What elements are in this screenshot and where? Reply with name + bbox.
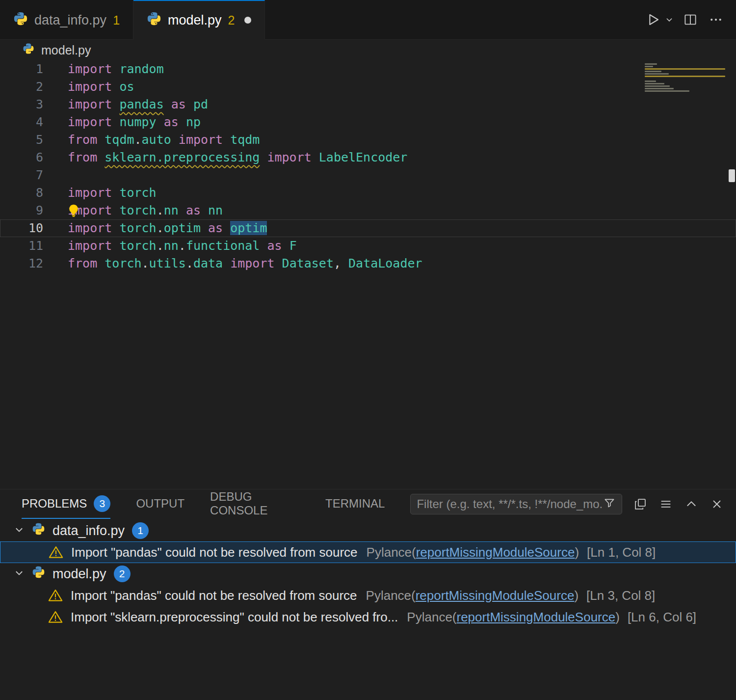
python-icon xyxy=(13,11,28,29)
problem-row[interactable]: Import "pandas" could not be resolved fr… xyxy=(0,541,736,563)
vscode-window: data_info.py 1 model.py 2 xyxy=(0,0,736,700)
line-number: 12 xyxy=(0,255,43,272)
minimap-line xyxy=(645,71,661,72)
line-number: 8 xyxy=(0,184,43,202)
problem-message: Import "pandas" could not be resolved fr… xyxy=(71,588,357,603)
minimap[interactable] xyxy=(645,63,727,93)
code-line[interactable]: 7 xyxy=(0,166,736,184)
problems-count-badge: 3 xyxy=(94,495,110,512)
warning-icon xyxy=(49,545,63,560)
run-button[interactable] xyxy=(642,8,664,31)
tab-problems-count: 1 xyxy=(113,13,120,27)
line-number: 5 xyxy=(0,131,43,149)
panel-action-icons xyxy=(629,493,728,515)
split-editor-icon[interactable] xyxy=(679,8,702,31)
code-line[interactable]: 12from torch.utils.data import Dataset, … xyxy=(0,255,736,272)
overview-ruler-mark xyxy=(729,169,735,182)
breadcrumb-file: model.py xyxy=(41,43,91,57)
code-line[interactable]: 3import pandas as pd xyxy=(0,96,736,113)
code-line[interactable]: 11import torch.nn.functional as F xyxy=(0,237,736,255)
code-text: import random xyxy=(43,60,164,78)
code-line[interactable]: 9import torch.nn as nn xyxy=(0,202,736,219)
code-text: from torch.utils.data import Dataset, Da… xyxy=(43,255,422,272)
python-icon xyxy=(147,11,161,29)
minimap-line xyxy=(645,81,656,82)
minimap-line xyxy=(645,85,670,87)
maximize-panel-icon[interactable] xyxy=(680,493,703,515)
problem-message: Import "sklearn.preprocessing" could not… xyxy=(71,610,398,625)
tab-output[interactable]: OUTPUT xyxy=(136,489,184,519)
minimap-line xyxy=(645,78,727,81)
problems-group-count: 2 xyxy=(114,565,131,582)
code-text: import torch xyxy=(43,184,157,202)
line-number: 7 xyxy=(0,166,43,184)
problems-group-file: model.py xyxy=(53,566,106,582)
problem-code-link[interactable]: reportMissingModuleSource xyxy=(457,610,616,624)
minimap-line xyxy=(645,63,657,65)
code-line[interactable]: 10import torch.optim as optim xyxy=(0,219,736,237)
line-number: 6 xyxy=(0,149,43,166)
tab-debug-console[interactable]: DEBUG CONSOLE xyxy=(210,489,300,519)
problem-location: [Ln 3, Col 8] xyxy=(586,588,655,603)
run-chevron-icon[interactable] xyxy=(662,8,676,31)
tab-problems-count: 2 xyxy=(228,13,235,27)
code-text: from sklearn.preprocessing import LabelE… xyxy=(43,149,407,166)
tab-label: model.py xyxy=(168,13,222,28)
tab-problems[interactable]: PROBLEMS 3 xyxy=(22,489,110,519)
code-editor[interactable]: 1import random2import os3import pandas a… xyxy=(0,60,736,489)
code-line[interactable]: 2import os xyxy=(0,78,736,96)
code-line[interactable]: 8import torch xyxy=(0,184,736,202)
filter-input[interactable] xyxy=(417,497,603,511)
chevron-down-icon[interactable] xyxy=(14,523,25,538)
line-number: 11 xyxy=(0,237,43,255)
tab-bar: data_info.py 1 model.py 2 xyxy=(0,0,736,40)
python-icon xyxy=(32,565,45,582)
minimap-line xyxy=(645,68,725,70)
filter-icon[interactable] xyxy=(603,497,616,512)
problems-list: data_info.py1Import "pandas" could not b… xyxy=(0,519,736,700)
view-as-table-icon[interactable] xyxy=(655,493,677,515)
problems-group-header[interactable]: data_info.py1 xyxy=(0,520,736,541)
editor-actions xyxy=(642,0,736,39)
warning-icon xyxy=(48,610,63,624)
warning-icon xyxy=(48,588,63,603)
panel-header: PROBLEMS 3 OUTPUT DEBUG CONSOLE TERMINAL xyxy=(0,489,736,519)
close-panel-icon[interactable] xyxy=(706,493,728,515)
problem-row[interactable]: Import "pandas" could not be resolved fr… xyxy=(0,585,736,606)
code-line[interactable]: 6from sklearn.preprocessing import Label… xyxy=(0,149,736,166)
tab-model-py[interactable]: model.py 2 xyxy=(133,0,264,39)
panel-tab-label: TERMINAL xyxy=(325,497,385,511)
panel-tab-label: OUTPUT xyxy=(136,497,184,511)
minimap-line xyxy=(645,90,689,92)
code-line[interactable]: 4import numpy as np xyxy=(0,113,736,131)
problem-row[interactable]: Import "sklearn.preprocessing" could not… xyxy=(0,606,736,628)
chevron-down-icon[interactable] xyxy=(14,566,25,582)
tab-terminal[interactable]: TERMINAL xyxy=(325,489,385,519)
code-line[interactable]: 5from tqdm.auto import tqdm xyxy=(0,131,736,149)
tab-label: data_info.py xyxy=(34,13,106,28)
breadcrumb[interactable]: model.py xyxy=(0,40,736,60)
code-text: import torch.nn.functional as F xyxy=(43,237,297,255)
problems-group-count: 1 xyxy=(132,522,149,539)
collapse-all-icon[interactable] xyxy=(629,493,652,515)
minimap-line xyxy=(645,66,653,67)
more-actions-icon[interactable] xyxy=(705,8,727,31)
line-number: 9 xyxy=(0,202,43,219)
bottom-panel: PROBLEMS 3 OUTPUT DEBUG CONSOLE TERMINAL xyxy=(0,489,736,700)
problem-code-link[interactable]: reportMissingModuleSource xyxy=(416,545,575,560)
problem-source: Pylance(reportMissingModuleSource) xyxy=(366,588,579,603)
code-text xyxy=(43,166,68,184)
modified-dot[interactable] xyxy=(244,17,251,24)
code-line[interactable]: 1import random xyxy=(0,60,736,78)
code-text: from tqdm.auto import tqdm xyxy=(43,131,260,149)
line-number: 3 xyxy=(0,96,43,113)
problem-message: Import "pandas" could not be resolved fr… xyxy=(71,545,358,560)
line-number: 10 xyxy=(0,219,43,237)
problem-location: [Ln 6, Col 6] xyxy=(628,610,696,625)
python-icon xyxy=(23,43,34,57)
code-text: import numpy as np xyxy=(43,113,201,131)
tab-data-info-py[interactable]: data_info.py 1 xyxy=(0,0,133,39)
problem-code-link[interactable]: reportMissingModuleSource xyxy=(416,588,575,603)
lightbulb-icon[interactable] xyxy=(67,204,80,222)
problems-group-header[interactable]: model.py2 xyxy=(0,563,736,585)
